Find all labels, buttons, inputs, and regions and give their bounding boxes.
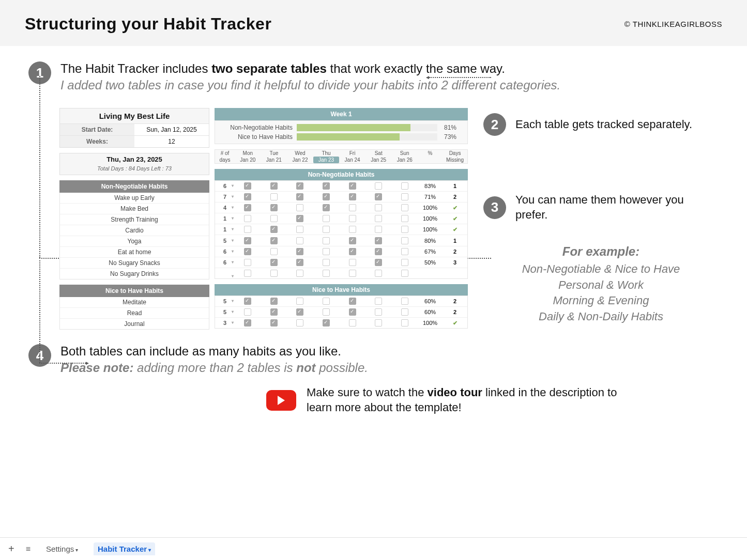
weeks-dropdown[interactable]: 12 (134, 136, 209, 147)
habit-checkbox[interactable] (349, 298, 356, 305)
habit-checkbox[interactable] (270, 226, 278, 233)
days-count-dropdown[interactable] (215, 272, 235, 275)
habit-name[interactable]: Cardio (60, 225, 209, 236)
habit-checkbox[interactable] (375, 259, 382, 266)
habit-checkbox[interactable] (323, 237, 330, 244)
habit-checkbox[interactable] (270, 308, 278, 316)
habit-checkbox[interactable] (401, 308, 408, 316)
add-sheet-icon[interactable]: + (8, 543, 14, 555)
habit-checkbox[interactable] (323, 182, 330, 190)
habit-checkbox[interactable] (270, 204, 278, 211)
habit-checkbox[interactable] (401, 204, 408, 211)
habit-checkbox[interactable] (270, 248, 278, 255)
habit-checkbox[interactable] (401, 193, 408, 200)
habit-name[interactable]: Read (60, 308, 209, 319)
habit-checkbox[interactable] (401, 215, 408, 222)
habit-checkbox[interactable] (270, 193, 278, 200)
days-count-dropdown[interactable]: 4 (215, 203, 235, 212)
habit-name[interactable]: Make Bed (60, 204, 209, 214)
days-count-dropdown[interactable]: 5 (215, 307, 235, 317)
habit-checkbox[interactable] (296, 182, 303, 190)
habit-name[interactable]: Meditate (60, 297, 209, 308)
days-count-dropdown[interactable]: 6 (215, 247, 235, 256)
habit-checkbox[interactable] (349, 226, 356, 233)
habit-checkbox[interactable] (349, 215, 356, 222)
habit-checkbox[interactable] (296, 226, 303, 233)
habit-checkbox[interactable] (349, 237, 356, 244)
habit-checkbox[interactable] (375, 308, 382, 316)
habit-checkbox[interactable] (401, 182, 408, 190)
habit-checkbox[interactable] (270, 298, 278, 305)
days-count-dropdown[interactable]: 1 (215, 214, 235, 223)
habit-checkbox[interactable] (323, 215, 330, 222)
days-count-dropdown[interactable]: 5 (215, 236, 235, 245)
habit-checkbox[interactable] (375, 270, 382, 277)
habit-checkbox[interactable] (296, 259, 303, 266)
habit-checkbox[interactable] (375, 182, 382, 190)
habit-checkbox[interactable] (244, 193, 251, 200)
habit-checkbox[interactable] (296, 193, 303, 200)
habit-checkbox[interactable] (244, 298, 251, 305)
habit-name[interactable]: No Sugary Drinks (60, 269, 209, 279)
habit-checkbox[interactable] (349, 308, 356, 316)
habit-checkbox[interactable] (244, 319, 251, 326)
habit-checkbox[interactable] (296, 298, 303, 305)
habit-checkbox[interactable] (270, 215, 278, 222)
habit-name[interactable]: Strength Training (60, 214, 209, 225)
habit-checkbox[interactable] (296, 308, 303, 316)
habit-name[interactable]: Journal (60, 319, 209, 329)
habit-checkbox[interactable] (270, 237, 278, 244)
habit-checkbox[interactable] (349, 193, 356, 200)
habit-checkbox[interactable] (349, 204, 356, 211)
habit-checkbox[interactable] (270, 259, 278, 266)
habit-checkbox[interactable] (375, 319, 382, 326)
habit-checkbox[interactable] (323, 308, 330, 316)
habit-checkbox[interactable] (323, 270, 330, 277)
habit-checkbox[interactable] (244, 226, 251, 233)
habit-checkbox[interactable] (296, 248, 303, 255)
habit-checkbox[interactable] (323, 319, 330, 326)
habit-checkbox[interactable] (375, 193, 382, 200)
habit-checkbox[interactable] (270, 270, 278, 277)
youtube-icon[interactable] (266, 390, 296, 411)
habit-checkbox[interactable] (375, 204, 382, 211)
habit-checkbox[interactable] (401, 319, 408, 326)
habit-checkbox[interactable] (401, 259, 408, 266)
habit-checkbox[interactable] (349, 248, 356, 255)
habit-checkbox[interactable] (401, 298, 408, 305)
days-count-dropdown[interactable]: 3 (215, 318, 235, 328)
habit-checkbox[interactable] (270, 319, 278, 326)
habit-checkbox[interactable] (401, 270, 408, 277)
start-date-cell[interactable]: Sun, Jan 12, 2025 (134, 124, 209, 135)
habit-name[interactable]: Wake up Early (60, 193, 209, 204)
habit-checkbox[interactable] (349, 182, 356, 190)
habit-checkbox[interactable] (349, 270, 356, 277)
habit-checkbox[interactable] (244, 204, 251, 211)
habit-checkbox[interactable] (296, 237, 303, 244)
habit-checkbox[interactable] (323, 204, 330, 211)
tab-habit-tracker[interactable]: Habit Tracker (94, 542, 155, 555)
days-count-dropdown[interactable]: 6 (215, 181, 235, 191)
days-count-dropdown[interactable]: 7 (215, 192, 235, 201)
habit-checkbox[interactable] (401, 226, 408, 233)
habit-checkbox[interactable] (401, 237, 408, 244)
habit-checkbox[interactable] (323, 193, 330, 200)
habit-checkbox[interactable] (375, 215, 382, 222)
habit-name[interactable]: No Sugary Snacks (60, 258, 209, 269)
habit-name[interactable]: Yoga (60, 236, 209, 247)
habit-checkbox[interactable] (270, 182, 278, 190)
habit-checkbox[interactable] (244, 259, 251, 266)
habit-checkbox[interactable] (375, 248, 382, 255)
days-count-dropdown[interactable]: 6 (215, 258, 235, 267)
habit-checkbox[interactable] (375, 298, 382, 305)
habit-checkbox[interactable] (349, 259, 356, 266)
habit-checkbox[interactable] (296, 215, 303, 222)
days-count-dropdown[interactable]: 1 (215, 225, 235, 234)
habit-checkbox[interactable] (244, 248, 251, 255)
habit-checkbox[interactable] (244, 270, 251, 277)
habit-checkbox[interactable] (296, 319, 303, 326)
habit-checkbox[interactable] (296, 270, 303, 277)
habit-checkbox[interactable] (244, 182, 251, 190)
habit-checkbox[interactable] (323, 226, 330, 233)
habit-checkbox[interactable] (349, 319, 356, 326)
